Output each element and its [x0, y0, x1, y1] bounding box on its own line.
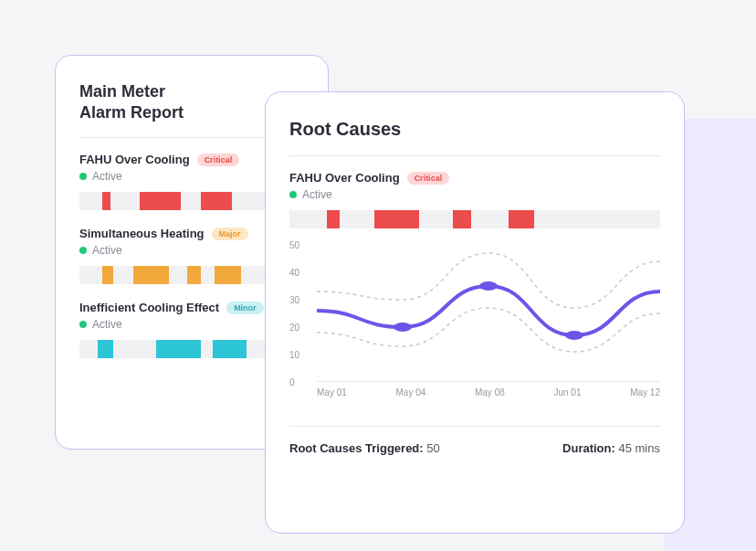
status-dot-icon [79, 321, 87, 328]
x-tick: May 01 [317, 387, 347, 397]
y-tick: 40 [289, 268, 299, 278]
timeline-segment [509, 210, 534, 228]
timeline-segment [213, 340, 247, 358]
root-causes-card: Root Causes FAHU Over Cooling Critical A… [265, 91, 685, 534]
timeline-segment [374, 210, 419, 228]
status-row: Active [289, 188, 660, 201]
band-line [317, 308, 660, 352]
primary-line [317, 286, 660, 335]
severity-badge: Minor [226, 302, 264, 314]
alarm-name: Simultaneous Heating [79, 227, 205, 240]
status-text: Active [92, 318, 122, 331]
timeline-segment [201, 192, 232, 210]
timeline-segment [215, 266, 242, 284]
timeline-segment [133, 266, 169, 284]
status-text: Active [92, 244, 122, 257]
severity-badge: Major [212, 228, 248, 240]
timeline-segment [98, 340, 113, 358]
status-dot-icon [289, 191, 297, 198]
status-text: Active [92, 170, 122, 183]
y-axis: 01020304050 [289, 245, 313, 382]
triggered-summary: Root Causes Triggered: 50 [289, 441, 440, 455]
data-marker [394, 323, 412, 332]
severity-badge: Critical [197, 154, 240, 166]
status-dot-icon [79, 247, 87, 254]
plot-area [317, 245, 660, 382]
duration-value: 45 mins [618, 441, 660, 455]
y-tick: 10 [289, 350, 299, 360]
y-tick: 50 [289, 240, 299, 250]
timeline-segment [102, 192, 111, 210]
page-title: Root Causes [289, 118, 660, 141]
x-tick: Jun 01 [553, 387, 581, 397]
x-tick: May 04 [395, 387, 425, 397]
alarm-name: FAHU Over Cooling [289, 171, 400, 185]
duration-summary: Duration: 45 mins [562, 441, 660, 455]
timeline-segment [102, 266, 113, 284]
data-marker [479, 281, 498, 291]
timeline-segment [327, 210, 340, 228]
timeline-segment [453, 210, 471, 228]
chart-svg [317, 245, 660, 382]
y-tick: 20 [289, 323, 299, 333]
x-axis: May 01May 04May 08Jun 01May 12 [317, 387, 660, 397]
status-text: Active [302, 188, 332, 201]
divider [289, 155, 660, 156]
triggered-label: Root Causes Triggered: [289, 441, 424, 455]
status-dot-icon [79, 173, 87, 180]
severity-badge: Critical [407, 172, 450, 185]
alarm-name: Inefficient Cooling Effect [79, 301, 219, 314]
x-tick: May 08 [475, 387, 505, 397]
summary-row: Root Causes Triggered: 50 Duration: 45 m… [289, 426, 660, 455]
line-chart: 01020304050 May 01May 04May 08Jun 01May … [289, 245, 660, 409]
x-tick: May 12 [630, 387, 660, 397]
data-marker [565, 331, 583, 340]
alarm-block: FAHU Over Cooling Critical Active [289, 171, 660, 228]
band-line [317, 253, 660, 308]
alarm-timeline [289, 210, 660, 228]
title-line-1: Main Meter [79, 82, 165, 101]
y-tick: 0 [289, 377, 295, 387]
timeline-segment [140, 192, 180, 210]
y-tick: 30 [289, 295, 299, 305]
title-line-2: Alarm Report [79, 103, 184, 122]
timeline-segment [187, 266, 201, 284]
alarm-name: FAHU Over Cooling [79, 153, 190, 166]
timeline-segment [156, 340, 201, 358]
triggered-value: 50 [426, 441, 439, 455]
duration-label: Duration: [562, 441, 615, 455]
